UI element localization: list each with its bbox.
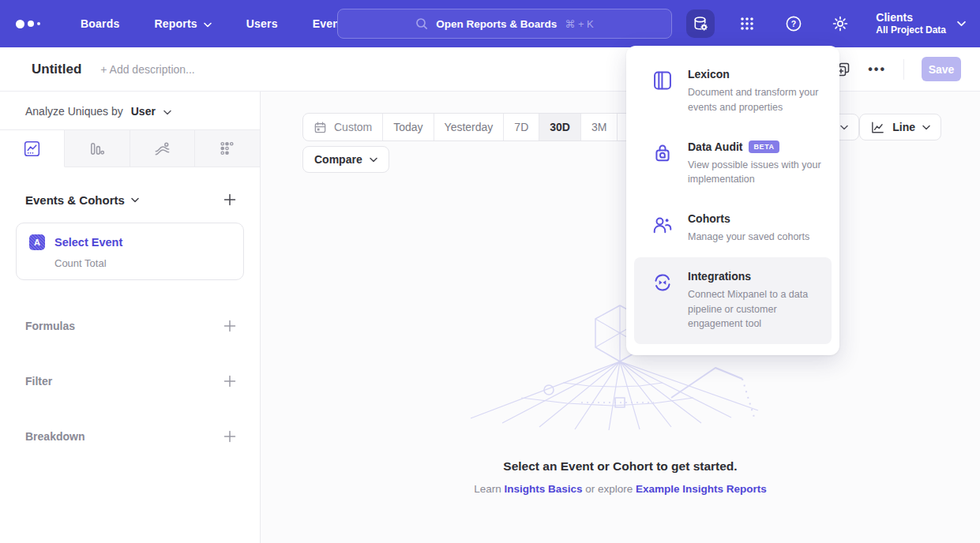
plus-icon (223, 320, 236, 332)
chevron-down-icon (204, 22, 212, 28)
add-filter-button[interactable] (223, 375, 236, 388)
event-card[interactable]: A Select Event Count Total (16, 223, 244, 280)
formulas-label: Formulas (25, 320, 75, 332)
add-description-field[interactable]: + Add description... (100, 63, 194, 76)
menu-item-description: Document and transform your events and p… (688, 85, 824, 115)
save-button[interactable]: Save (922, 57, 961, 81)
search-placeholder: Open Reports & Boards (436, 18, 557, 30)
report-title[interactable]: Untitled (32, 62, 81, 77)
menu-item-data-audit[interactable]: Data AuditBETA View possible issues with… (634, 128, 832, 200)
tab-flow-chart[interactable] (130, 130, 195, 167)
empty-sub-prefix: Learn (474, 483, 504, 495)
chevron-down-icon (163, 110, 171, 115)
project-name: Clients (876, 10, 946, 24)
settings-gear-icon (832, 15, 849, 32)
events-cohorts-label: Events & Cohorts (25, 193, 125, 207)
chart-area: Custom Today Yesterday 7D 30D 3M 6M Comp… (261, 92, 980, 543)
events-cohorts-toggle[interactable]: Events & Cohorts (25, 193, 139, 207)
count-total-dropdown[interactable]: Count Total (54, 257, 231, 269)
range-3m[interactable]: 3M (580, 114, 617, 140)
events-cohorts-header: Events & Cohorts (0, 189, 260, 210)
scatter-chart-icon (218, 140, 236, 158)
tab-bar-chart[interactable] (65, 130, 130, 167)
search-shortcut: ⌘ + K (565, 18, 594, 30)
plus-icon (223, 430, 236, 443)
formulas-section: Formulas (0, 316, 260, 335)
help-button[interactable]: ? (779, 9, 808, 38)
breakdown-label: Breakdown (25, 430, 84, 443)
add-breakdown-button[interactable] (223, 430, 236, 443)
nav-item-boards[interactable]: Boards (81, 17, 119, 30)
insights-basics-link[interactable]: Insights Basics (504, 483, 582, 495)
range-today[interactable]: Today (382, 114, 433, 140)
apps-grid-icon (739, 16, 755, 32)
cohorts-icon (651, 214, 674, 245)
range-label: 30D (550, 121, 570, 133)
select-event-button[interactable]: Select Event (54, 236, 122, 249)
apps-grid-button[interactable] (733, 9, 761, 38)
filter-label: Filter (25, 375, 52, 388)
nav-item-reports[interactable]: Reports (154, 17, 211, 30)
range-7d[interactable]: 7D (503, 114, 539, 140)
compare-label: Compare (314, 153, 362, 166)
data-audit-icon (651, 142, 674, 188)
flow-chart-icon (153, 140, 171, 158)
breakdown-section: Breakdown (0, 427, 260, 446)
data-management-menu: Lexicon Document and transform your even… (626, 46, 839, 355)
range-yesterday[interactable]: Yesterday (434, 114, 504, 140)
chevron-down-icon (957, 21, 966, 27)
search-icon (415, 17, 428, 30)
range-30d[interactable]: 30D (539, 114, 580, 140)
help-icon: ? (785, 15, 802, 32)
chevron-down-icon (131, 197, 139, 203)
date-range-control: Custom Today Yesterday 7D 30D 3M 6M (302, 113, 655, 141)
range-label: Today (393, 121, 422, 133)
lexicon-icon (651, 69, 674, 115)
integrations-icon (651, 272, 674, 331)
beta-badge: BETA (749, 140, 779, 153)
tab-line-chart[interactable] (0, 130, 65, 167)
compare-dropdown[interactable]: Compare (302, 146, 389, 173)
mixpanel-logo[interactable] (16, 20, 51, 28)
menu-item-title: Data Audit (688, 140, 742, 153)
project-scope: All Project Data (876, 24, 946, 37)
data-management-icon (692, 15, 709, 32)
plus-icon (223, 375, 236, 388)
analyze-value-dropdown[interactable]: User (131, 105, 156, 118)
empty-state-title: Select an Event or Cohort to get started… (261, 459, 980, 474)
tab-scatter-chart[interactable] (195, 130, 260, 167)
chart-type-tabs (0, 129, 260, 167)
more-options-button[interactable]: ••• (868, 62, 886, 77)
menu-item-description: Manage your saved cohorts (688, 230, 824, 245)
query-sidebar: Analyze Uniques by User (0, 92, 261, 543)
filter-section: Filter (0, 372, 260, 391)
menu-item-integrations[interactable]: Integrations Connect Mixpanel to a data … (634, 257, 832, 344)
project-selector[interactable]: Clients All Project Data (876, 10, 966, 37)
nav-item-users[interactable]: Users (246, 17, 278, 30)
svg-text:?: ? (791, 19, 796, 28)
event-badge: A (29, 234, 45, 250)
chart-type-label: Line (892, 121, 915, 133)
menu-item-title: Cohorts (688, 212, 730, 225)
range-custom[interactable]: Custom (303, 114, 382, 140)
global-search[interactable]: Open Reports & Boards ⌘ + K (337, 9, 672, 39)
chart-type-dropdown[interactable]: Line (859, 114, 941, 140)
line-chart-icon (870, 120, 885, 135)
menu-item-cohorts[interactable]: Cohorts Manage your saved cohorts (634, 200, 832, 257)
menu-item-lexicon[interactable]: Lexicon Document and transform your even… (634, 55, 832, 128)
add-formula-button[interactable] (223, 320, 236, 332)
menu-item-description: View possible issues with your implement… (688, 158, 824, 188)
analyze-uniques-row: Analyze Uniques by User (0, 92, 260, 129)
chevron-down-icon (922, 125, 930, 130)
plus-icon (223, 193, 236, 206)
menu-item-title: Integrations (688, 270, 751, 283)
add-event-button[interactable] (223, 193, 236, 206)
range-label: Yesterday (445, 121, 494, 133)
menu-item-description: Connect Mixpanel to a data pipeline or c… (688, 287, 824, 331)
example-insights-reports-link[interactable]: Example Insights Reports (636, 483, 767, 495)
bar-chart-icon (88, 140, 106, 158)
settings-button[interactable] (826, 9, 854, 38)
data-management-button[interactable] (686, 9, 715, 38)
calendar-icon (314, 121, 327, 134)
empty-state-subtitle: Learn Insights Basics or explore Example… (261, 483, 980, 495)
